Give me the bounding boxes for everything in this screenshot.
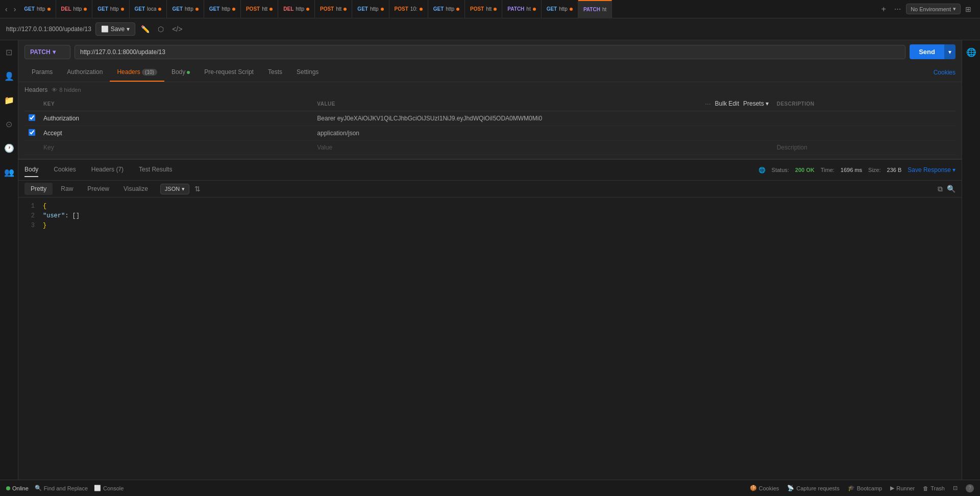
json-format-selector[interactable]: JSON ▾ xyxy=(160,184,189,194)
env-icon[interactable]: ⊙ xyxy=(3,116,15,132)
value-col-header: VALUE ··· Bulk Edit Presets ▾ xyxy=(313,96,772,111)
runner-link[interactable]: ▶ Runner xyxy=(890,485,915,491)
copy-response-button[interactable]: ⧉ xyxy=(938,185,943,193)
user-icon[interactable]: 👤 xyxy=(1,68,17,84)
resp-tab-body[interactable]: Body xyxy=(24,163,38,177)
capture-link[interactable]: 📡 Capture requests xyxy=(787,485,839,491)
tab-method-4: GET xyxy=(172,6,183,12)
tab-item-8[interactable]: POSThtt xyxy=(315,0,352,18)
tab-dot-7 xyxy=(306,8,309,11)
find-replace-link[interactable]: 🔍 Find and Replace xyxy=(35,485,88,491)
row-check-0[interactable] xyxy=(24,111,39,126)
tab-dot-0 xyxy=(47,8,51,11)
tab-item-7[interactable]: DELhttp xyxy=(278,0,315,18)
req-tab-params[interactable]: Params xyxy=(24,63,60,82)
req-tab-headers[interactable]: Headers (10) xyxy=(110,63,164,82)
tab-prev-button[interactable]: ‹ xyxy=(2,5,11,13)
tab-item-5[interactable]: GEThttp xyxy=(204,0,241,18)
right-sidebar: 🌐 xyxy=(962,40,980,480)
search-response-button[interactable]: 🔍 xyxy=(947,185,955,193)
req-tab-authorization[interactable]: Authorization xyxy=(60,63,110,82)
tab-item-15[interactable]: PATCHht xyxy=(578,0,612,18)
tab-url-10: 10: xyxy=(410,6,418,12)
method-dropdown[interactable]: PATCH ▾ xyxy=(24,45,70,59)
bootcamp-link[interactable]: 🎓 Bootcamp xyxy=(848,485,883,491)
save-response-button[interactable]: Save Response ▾ xyxy=(908,166,955,173)
tab-item-1[interactable]: DELhttp xyxy=(56,0,93,18)
tab-url-1: http xyxy=(74,6,82,12)
edit-icon[interactable]: ✏️ xyxy=(138,22,152,36)
row-desc-0 xyxy=(773,111,955,126)
tab-item-0[interactable]: GEThttp xyxy=(19,0,56,18)
tab-method-1: DEL xyxy=(61,6,71,12)
headers-label-row: Headers 👁 8 hidden xyxy=(24,86,955,93)
subtab-visualize[interactable]: Visualize xyxy=(117,183,154,195)
cookies-status-link[interactable]: 🍪 Cookies xyxy=(750,485,779,491)
tab-item-12[interactable]: POSThtt xyxy=(465,0,502,18)
tab-item-6[interactable]: POSThtt xyxy=(241,0,278,18)
code-content: } xyxy=(43,221,46,231)
row-check-1[interactable] xyxy=(24,126,39,141)
console-link[interactable]: ⬜ Console xyxy=(94,485,124,491)
req-tab-body[interactable]: Body xyxy=(164,63,197,82)
save-button[interactable]: ⬜ Save ▾ xyxy=(95,22,135,36)
env-label: No Environment xyxy=(911,6,951,12)
tab-url-4: http xyxy=(185,6,193,12)
send-button[interactable]: Send xyxy=(910,44,944,59)
url-input[interactable] xyxy=(75,45,905,59)
fork-icon[interactable]: ⬡ xyxy=(155,22,166,36)
subtab-pretty[interactable]: Pretty xyxy=(24,183,53,195)
subtab-preview[interactable]: Preview xyxy=(81,183,115,195)
tab-item-10[interactable]: POST10: xyxy=(389,0,428,18)
cookies-link[interactable]: Cookies xyxy=(934,69,955,76)
row-checkbox-1[interactable] xyxy=(29,129,35,136)
tab-item-14[interactable]: GEThttp xyxy=(542,0,578,18)
history-icon[interactable]: 🕐 xyxy=(1,140,17,156)
address-bar: http://127.0.0.1:8000/update/13 ⬜ Save ▾… xyxy=(0,18,980,40)
tab-item-9[interactable]: GEThttp xyxy=(352,0,389,18)
tab-next-button[interactable]: › xyxy=(11,5,19,13)
hidden-count: 8 hidden xyxy=(59,87,81,93)
code-icon[interactable]: </> xyxy=(169,22,185,36)
maximize-link[interactable]: ⊡ xyxy=(953,485,958,491)
row-checkbox-0[interactable] xyxy=(29,114,35,121)
more-tabs-button[interactable]: ··· xyxy=(891,4,904,15)
tab-item-13[interactable]: PATCHht xyxy=(502,0,541,18)
tab-method-7: DEL xyxy=(283,6,293,12)
req-tab-settings[interactable]: Settings xyxy=(289,63,326,82)
main-layout: ⊡ 👤 📁 ⊙ 🕐 👥 PATCH ▾ Send ▾ ParamsAuthori… xyxy=(0,40,980,480)
add-tab-button[interactable]: + xyxy=(878,4,889,15)
tab-item-2[interactable]: GEThttp xyxy=(92,0,129,18)
environment-selector[interactable]: No Environment ▾ xyxy=(906,4,961,14)
value-header-label: VALUE xyxy=(317,101,335,107)
tab-method-11: GET xyxy=(433,6,444,12)
filter-button[interactable]: ⇅ xyxy=(194,185,201,193)
req-tab-pre-request_script[interactable]: Pre-request Script xyxy=(197,63,261,82)
resp-tab-cookies[interactable]: Cookies xyxy=(54,163,76,177)
placeholder-value[interactable]: Value xyxy=(313,141,772,155)
collection-icon[interactable]: 📁 xyxy=(1,92,17,108)
trash-icon: 🗑 xyxy=(923,485,928,491)
presets-button[interactable]: Presets ▾ xyxy=(743,100,769,107)
tab-item-3[interactable]: GETloca xyxy=(130,0,167,18)
resp-tab-headers_7_[interactable]: Headers (7) xyxy=(91,163,124,177)
row-key-0: Authorization xyxy=(39,111,313,126)
subtab-raw[interactable]: Raw xyxy=(55,183,79,195)
resp-tab-test_results[interactable]: Test Results xyxy=(139,163,172,177)
tab-dot-4 xyxy=(195,8,199,11)
req-tab-tests[interactable]: Tests xyxy=(261,63,289,82)
placeholder-desc[interactable]: Description xyxy=(773,141,955,155)
bulk-edit-button[interactable]: Bulk Edit xyxy=(715,100,739,107)
trash-link[interactable]: 🗑 Trash xyxy=(923,485,945,491)
cookie-icon[interactable]: 🌐 xyxy=(963,44,979,60)
tab-item-4[interactable]: GEThttp xyxy=(167,0,204,18)
home-icon[interactable]: ⊡ xyxy=(3,44,15,60)
help-link[interactable]: ? xyxy=(966,484,974,492)
send-dropdown-button[interactable]: ▾ xyxy=(944,44,955,59)
table-actions: ··· Bulk Edit Presets ▾ xyxy=(705,100,769,108)
mock-icon[interactable]: 👥 xyxy=(1,164,17,180)
placeholder-key[interactable]: Key xyxy=(39,141,313,155)
tab-item-11[interactable]: GEThttp xyxy=(428,0,465,18)
three-dot-button[interactable]: ··· xyxy=(705,100,711,108)
grid-icon[interactable]: ⊞ xyxy=(963,3,974,16)
